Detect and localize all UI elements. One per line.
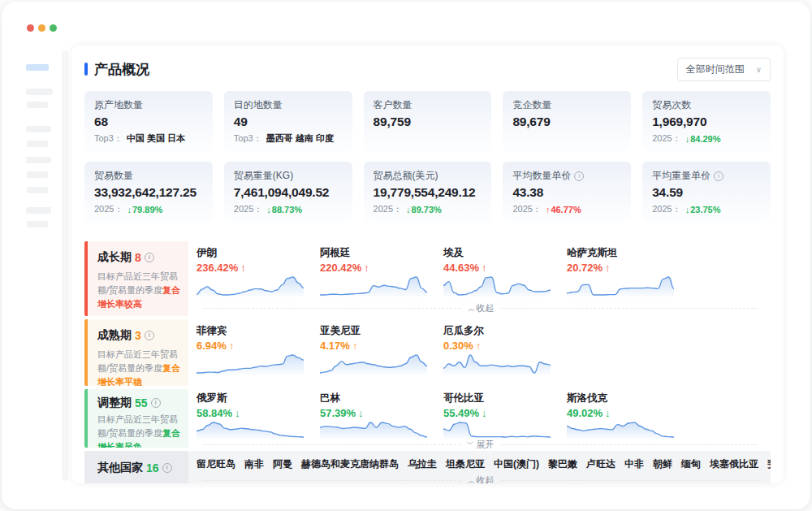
info-icon[interactable]: i (574, 171, 584, 181)
panel-header: 产品概况 全部时间范围 ∨ (84, 58, 771, 80)
down-arrow-icon: ↓ (685, 205, 690, 214)
collapse-button[interactable]: 《 收起 (467, 474, 495, 483)
band-label: 调整期55 i 目标产品近三年贸易额/贸易量的季度复合增长率呈负 (84, 389, 188, 448)
band-label: 成长期8 i 目标产品近三年贸易额/贸易量的季度复合增长率较高 (84, 241, 188, 316)
info-icon[interactable]: i (145, 331, 154, 340)
other-countries-list: 留尼旺岛南非阿曼赫德岛和麦克唐纳群岛乌拉圭坦桑尼亚中国(澳门)黎巴嫩卢旺达中非朝… (197, 457, 771, 471)
info-icon[interactable]: i (151, 398, 161, 408)
country-tag: 留尼旺岛 (197, 457, 235, 471)
sparkline-chart (320, 421, 427, 439)
stat-value: 1,969,970 (652, 115, 761, 129)
country-trend-item: 伊朗 236.42%↑ (197, 246, 320, 297)
sidebar-item[interactable] (26, 126, 51, 132)
product-overview-panel: 产品概况 全部时间范围 ∨ 原产地数量 68 Top3：中国 美国 日本 目的地… (71, 45, 784, 483)
window-controls (27, 24, 57, 32)
stat-footer: Top3：墨西哥 越南 印度 (234, 132, 343, 145)
stat-footer: 2025： ↓88.73% (234, 203, 343, 215)
sidebar-item[interactable] (27, 187, 48, 193)
expand-button[interactable]: 《 展开 (467, 439, 495, 451)
up-arrow-icon: ↑ (476, 340, 482, 352)
collapse-divider: 《 收起 (203, 474, 758, 483)
sparkline-chart (197, 275, 304, 297)
up-arrow-icon: ↑ (605, 262, 611, 274)
band-mature: 成熟期3 i 目标产品近三年贸易额/贸易量的季度复合增长率平稳 菲律宾 6.94… (84, 319, 771, 386)
sidebar-item[interactable] (27, 171, 48, 178)
stat-label: 贸易数量 (94, 169, 133, 183)
down-arrow-icon: ↓ (605, 407, 611, 419)
stat-card-competitor-count: 竞企数量 89,679 (503, 91, 631, 151)
country-trend-item: 巴林 57.39%↓ (320, 392, 443, 439)
info-icon[interactable]: i (714, 171, 723, 181)
country-tag: 卢旺达 (586, 457, 615, 471)
time-range-value: 全部时间范围 (686, 63, 745, 76)
stat-value: 43.38 (512, 185, 621, 200)
stat-footer: 2025： ↑46.77% (512, 203, 621, 215)
country-trend-item: 斯洛伐克 49.02%↓ (567, 392, 690, 439)
sidebar-item[interactable] (27, 221, 48, 227)
info-icon[interactable]: i (145, 253, 154, 262)
time-range-dropdown[interactable]: 全部时间范围 ∨ (677, 58, 771, 81)
stat-value: 19,779,554,249.12 (374, 185, 482, 200)
up-arrow-icon: ↑ (240, 262, 246, 274)
country-tag: 阿曼 (273, 457, 292, 471)
collapse-button[interactable]: 《 收起 (467, 302, 495, 314)
app-window: 产品概况 全部时间范围 ∨ 原产地数量 68 Top3：中国 美国 日本 目的地… (2, 2, 810, 509)
maximize-window-button[interactable] (50, 24, 57, 32)
chevron-up-icon: 《 (465, 477, 476, 483)
stat-footer: Top3：中国 美国 日本 (94, 132, 203, 145)
stat-value: 68 (94, 115, 203, 129)
country-tag: 斐济 (767, 457, 771, 471)
stat-label: 平均重量单价 (652, 169, 710, 183)
stat-value: 89,679 (512, 115, 621, 129)
country-tag: 中非 (624, 457, 644, 471)
stat-label: 贸易重量(KG) (234, 169, 293, 183)
chevron-up-icon: 《 (465, 305, 476, 312)
country-tag: 黎巴嫩 (548, 457, 577, 471)
country-trend-item: 阿根廷 220.42%↑ (320, 246, 443, 297)
band-label: 成熟期3 i 目标产品近三年贸易额/贸易量的季度复合增长率平稳 (84, 319, 188, 386)
lifecycle-bands: 成长期8 i 目标产品近三年贸易额/贸易量的季度复合增长率较高 伊朗 236.4… (84, 241, 771, 483)
sidebar-item[interactable] (26, 207, 51, 214)
stat-label: 原产地数量 (94, 98, 143, 112)
band-growth: 成长期8 i 目标产品近三年贸易额/贸易量的季度复合增长率较高 伊朗 236.4… (84, 241, 771, 316)
down-arrow-icon: ↓ (482, 407, 487, 419)
band-other-countries: 其他国家16 i 留尼旺岛南非阿曼赫德岛和麦克唐纳群岛乌拉圭坦桑尼亚中国(澳门)… (84, 451, 771, 483)
down-arrow-icon: ↓ (235, 407, 240, 419)
sparkline-chart (443, 353, 551, 375)
stat-value: 7,461,094,049.52 (234, 185, 343, 200)
close-window-button[interactable] (27, 24, 34, 32)
stat-card-trade-weight: 贸易重量(KG) 7,461,094,049.52 2025： ↓88.73% (224, 162, 352, 222)
sidebar-item[interactable] (27, 102, 48, 108)
band-label: 其他国家16 i (84, 451, 188, 483)
sidebar-item[interactable] (27, 141, 48, 147)
sidebar-divider (62, 50, 68, 481)
sparkline-chart (197, 421, 304, 439)
sparkline-chart (443, 275, 551, 297)
sidebar-item[interactable] (26, 157, 51, 163)
info-icon[interactable]: i (162, 463, 172, 473)
down-arrow-icon: ↓ (685, 134, 690, 144)
country-trend-item: 哈萨克斯坦 20.72%↑ (567, 246, 690, 297)
country-trend-item: 俄罗斯 58.84%↓ (197, 392, 320, 439)
stat-value: 49 (234, 115, 343, 129)
chevron-down-icon: ∨ (756, 65, 762, 74)
title-accent-bar (84, 63, 88, 76)
stat-footer: 2025： ↓79.89% (94, 203, 203, 215)
up-arrow-icon: ↑ (482, 262, 487, 274)
stat-footer: 2025： ↓23.75% (652, 203, 761, 215)
stat-label: 目的地数量 (234, 98, 283, 112)
stat-label: 贸易总额(美元) (374, 169, 438, 183)
country-trend-item: 埃及 44.63%↑ (443, 246, 567, 297)
stat-value: 34.59 (652, 185, 761, 200)
down-arrow-icon: ↓ (127, 205, 132, 214)
expand-divider: 《 展开 (203, 439, 758, 451)
country-tag: 赫德岛和麦克唐纳群岛 (301, 457, 399, 471)
sidebar-item-active[interactable] (26, 64, 49, 71)
country-tag: 缅甸 (681, 457, 701, 471)
sparkline-chart (567, 421, 674, 439)
sidebar-item[interactable] (26, 89, 53, 95)
stat-card-trade-quantity: 贸易数量 33,932,642,127.25 2025： ↓79.89% (84, 162, 213, 222)
sparkline-chart (320, 353, 427, 375)
country-tag: 乌拉圭 (408, 457, 437, 471)
minimize-window-button[interactable] (38, 24, 45, 32)
